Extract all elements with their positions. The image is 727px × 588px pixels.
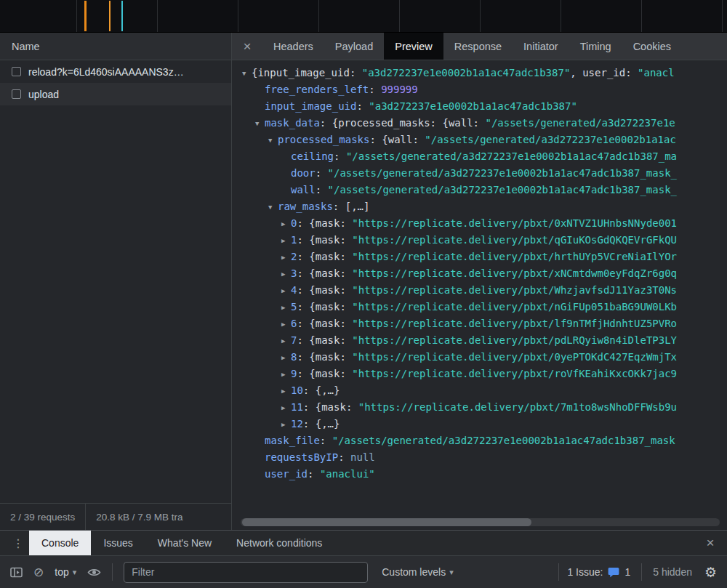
overview-gridline [480, 0, 481, 32]
close-drawer-icon[interactable]: × [694, 531, 727, 555]
token-pl: : [350, 67, 362, 78]
scrollbar-thumb[interactable] [242, 518, 531, 526]
tree-expand-arrow[interactable]: ▶ [281, 216, 291, 232]
transferred-size: 20.8 kB / 7.9 MB tra [85, 504, 193, 530]
tree-expand-arrow[interactable]: ▶ [281, 416, 291, 432]
token-ky: processed_masks [278, 134, 369, 145]
tree-row[interactable]: ▶5: {mask: "https://replicate.delivery/p… [232, 299, 727, 315]
request-row[interactable]: reload?k=6Ld460siAAAAANS3z… [0, 60, 231, 83]
token-pk: mask [316, 217, 340, 229]
token-st: "a3d272237e1e0002b1a1ac47adc1b387" [362, 67, 571, 78]
more-tools-menu-icon[interactable]: ⋮ [7, 531, 29, 555]
tree-expand-arrow[interactable]: ▶ [281, 366, 291, 382]
tab-timing[interactable]: Timing [569, 33, 622, 60]
file-icon [12, 67, 21, 76]
tab-payload[interactable]: Payload [324, 33, 384, 60]
hidden-messages-label[interactable]: 5 hidden [653, 566, 692, 578]
javascript-context-selector[interactable]: top ▾ [55, 566, 76, 578]
drawer-tab-console[interactable]: Console [29, 531, 91, 555]
tree-expand-arrow[interactable]: ▶ [281, 316, 291, 332]
tree-expand-arrow[interactable]: ▶ [281, 249, 291, 265]
drawer-tab-network-conditions[interactable]: Network conditions [224, 531, 334, 555]
tree-row[interactable]: ▶0: {mask: "https://replicate.delivery/p… [232, 215, 727, 232]
tree-row[interactable]: ▶11: {mask: "https://replicate.delivery/… [232, 399, 727, 416]
token-pk: mask [316, 301, 340, 313]
tab-initiator[interactable]: Initiator [513, 33, 569, 60]
token-pl: , [570, 67, 582, 78]
issues-counter[interactable]: 1 Issue: 1 [558, 563, 630, 581]
token-pk: mask [316, 267, 340, 279]
tree-row[interactable]: ▶9: {mask: "https://replicate.delivery/p… [232, 366, 727, 382]
tree-row[interactable]: ▶7: {mask: "https://replicate.delivery/p… [232, 332, 727, 349]
tree-row: input_image_uid: "a3d272237e1e0002b1a1ac… [232, 98, 727, 115]
tab-preview[interactable]: Preview [384, 33, 443, 60]
token-ky: door [291, 167, 316, 179]
network-overview[interactable] [0, 0, 727, 33]
token-pk: mask [316, 251, 340, 262]
request-row[interactable]: upload [0, 83, 231, 105]
token-pl: : [340, 351, 352, 363]
tree-row[interactable]: ▶4: {mask: "https://replicate.delivery/p… [232, 282, 727, 299]
tab-cookies[interactable]: Cookies [622, 33, 682, 60]
tree-expand-arrow[interactable]: ▶ [281, 266, 291, 282]
overview-gridline [722, 0, 723, 32]
tree-expand-arrow[interactable]: ▶ [281, 333, 291, 349]
token-pl: : { [369, 134, 387, 145]
tree-expand-arrow[interactable]: ▼ [268, 199, 278, 215]
tree-row: user_id: "anaclui" [232, 466, 727, 483]
tree-row[interactable]: ▶1: {mask: "https://replicate.delivery/p… [232, 232, 727, 249]
tree-row[interactable]: ▶8: {mask: "https://replicate.delivery/p… [232, 349, 727, 366]
drawer-tab-what-s-new[interactable]: What's New [145, 531, 224, 555]
tree-row[interactable]: ▼{input_image_uid: "a3d272237e1e0002b1a1… [232, 65, 727, 81]
live-expression-eye-icon[interactable] [87, 568, 101, 577]
token-pl: : [320, 435, 332, 446]
horizontal-scrollbar[interactable] [241, 518, 720, 526]
token-pk: mask [316, 334, 340, 346]
token-ky: input_image_uid [265, 100, 356, 112]
tree-row[interactable]: ▶10: {,…} [232, 382, 727, 399]
tree-expand-arrow[interactable]: ▶ [281, 299, 291, 315]
token-ky: user_id [265, 468, 308, 480]
tree-row[interactable]: ▶6: {mask: "https://replicate.delivery/p… [232, 315, 727, 332]
tab-response[interactable]: Response [443, 33, 513, 60]
tree-expand-arrow[interactable]: ▼ [255, 116, 265, 132]
settings-gear-icon[interactable]: ⚙ [704, 564, 717, 581]
token-pl: : [340, 267, 352, 279]
context-label: top [55, 566, 68, 578]
token-ky: 11 [291, 401, 303, 413]
tree-row[interactable]: ▶3: {mask: "https://replicate.delivery/p… [232, 265, 727, 282]
tree-row[interactable]: ▶2: {mask: "https://replicate.delivery/p… [232, 249, 727, 265]
overview-gridline [561, 0, 561, 32]
token-nu: 999999 [381, 84, 418, 95]
issues-count: 1 [624, 566, 630, 578]
tree-row[interactable]: ▼processed_masks: {wall: "/assets/genera… [232, 132, 727, 148]
tree-expand-arrow[interactable]: ▶ [281, 350, 291, 366]
tree-expand-arrow[interactable]: ▶ [281, 400, 291, 416]
console-filter-input[interactable] [124, 562, 368, 583]
tree-expand-arrow[interactable]: ▼ [268, 132, 278, 148]
chevron-down-icon: ▾ [73, 568, 77, 577]
token-ky: requestsByIP [265, 451, 338, 463]
console-sidebar-toggle-icon[interactable] [10, 567, 23, 578]
log-levels-dropdown[interactable]: Custom levels ▾ [382, 566, 453, 578]
tab-headers[interactable]: Headers [262, 33, 324, 60]
tree-row[interactable]: ▼mask_data: {processed_masks: {wall: "/a… [232, 115, 727, 132]
token-st: "https://replicate.delivery/pbxt/xNCmtdw… [352, 267, 677, 279]
overview-request-bar [84, 1, 87, 31]
tree-expand-arrow[interactable]: ▼ [242, 65, 252, 81]
token-pl: : [340, 301, 352, 313]
tree-expand-arrow[interactable]: ▶ [281, 233, 291, 249]
token-pl: : { [430, 117, 449, 129]
token-st: "/assets/generated/a3d272237e1e0002b1a1a… [328, 184, 677, 196]
tree-row[interactable]: ▶12: {,…} [232, 416, 727, 432]
clear-console-icon[interactable]: ⊘ [33, 565, 44, 580]
close-detail-icon[interactable]: × [232, 33, 262, 60]
tree-expand-arrow[interactable]: ▶ [281, 383, 291, 399]
token-pl: : [625, 67, 638, 78]
tree-row[interactable]: ▼raw_masks: [,…] [232, 198, 727, 215]
overview-gridline [399, 0, 400, 32]
drawer-tab-issues[interactable]: Issues [91, 531, 145, 555]
name-column-header[interactable]: Name [0, 33, 231, 60]
tree-expand-arrow[interactable]: ▶ [281, 283, 291, 299]
token-st: "https://replicate.delivery/pbxt/pdLRQyi… [352, 334, 677, 346]
